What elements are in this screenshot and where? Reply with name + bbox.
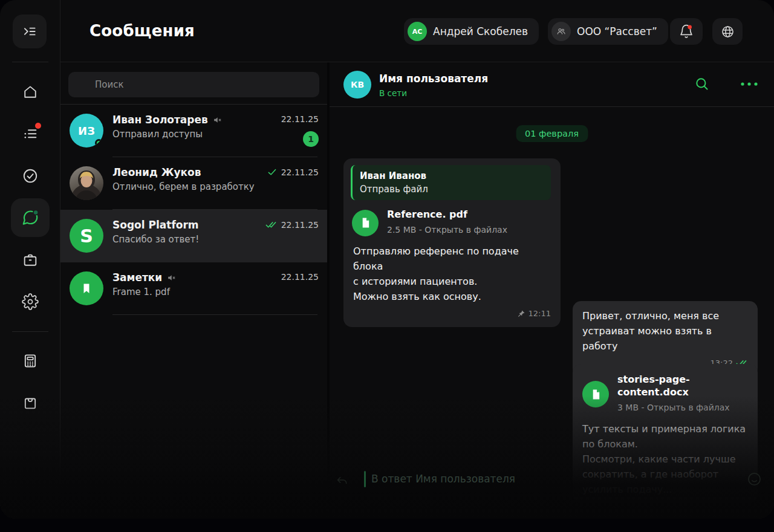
chat-date: 22.11.25: [281, 220, 319, 230]
bookmark-icon: [79, 281, 94, 296]
chat-name: Заметки: [112, 271, 162, 284]
collapse-menu-icon: [22, 24, 37, 39]
file-meta: 2.5 MB - Открыть в файлах: [387, 222, 507, 238]
avatar: S: [70, 219, 103, 253]
muted-icon: [213, 115, 223, 125]
peer-status: В сети: [379, 88, 407, 98]
three-dots-icon: [740, 82, 758, 86]
chat-preview: Отлично, берем в разработку: [112, 181, 255, 192]
chat-row-sogol-platform[interactable]: S Sogol Platform Спасибо за ответ! 22.11…: [60, 210, 327, 262]
tasks-notification-dot: [35, 123, 41, 129]
chat-name: Sogol Platform: [112, 219, 199, 231]
sidebar-divider: [12, 331, 48, 332]
emoji-button[interactable]: [746, 471, 763, 487]
calculator-icon: [22, 352, 39, 369]
conversation-menu-button[interactable]: [740, 82, 758, 86]
conversation-panel: КВ Имя пользователя В сети 01 февраля Ив…: [330, 62, 774, 519]
file-name: stories-page-content.docx: [617, 373, 748, 398]
sidebar-item-calculator[interactable]: [22, 352, 39, 369]
chat-name: Леонид Жуков: [112, 166, 201, 178]
file-icon-circle: [352, 210, 379, 236]
sidebar-item-tasks[interactable]: [22, 125, 39, 142]
reply-indicator-label: В ответ Имя пользователя: [371, 473, 515, 485]
document-icon: [359, 216, 372, 229]
peer-name: Имя пользователя: [379, 73, 488, 85]
sidebar: [0, 0, 60, 519]
avatar-photo: [70, 166, 103, 200]
avatar-initials: S: [80, 225, 93, 247]
top-bar: Сообщения АС Андрей Скобелев ООО “Рассве…: [60, 0, 774, 62]
conversation-search-button[interactable]: [694, 76, 710, 92]
avatar: [70, 271, 103, 305]
chat-row-ivan-zolotarev[interactable]: ИЗ Иван Золотарев Отправил доступы 22.11…: [60, 105, 327, 157]
quote-text: Отправь файл: [360, 183, 544, 196]
message-outgoing-file: stories-page-content.docx 3 MB - Открыть…: [573, 364, 758, 503]
check-circle-icon: [22, 167, 39, 184]
document-icon: [590, 388, 602, 401]
file-meta: 3 MB - Открыть в файлах: [617, 400, 748, 415]
chat-name: Иван Золотарев: [112, 114, 208, 126]
user-name: Андрей Скобелев: [433, 25, 528, 37]
notifications-button[interactable]: [670, 18, 703, 45]
globe-icon: [720, 24, 735, 39]
unread-badge: 1: [303, 131, 319, 147]
message-text: Тут тексты и примерная логика по блокам.…: [582, 421, 748, 497]
message-text: Привет, отлично, меня все устраиват можн…: [582, 308, 748, 354]
chat-bubble-icon: [21, 209, 39, 227]
people-icon: [556, 26, 567, 37]
collapse-menu-button[interactable]: [13, 15, 47, 48]
chat-date: 22.11.25: [281, 272, 319, 282]
reply-arrow-icon[interactable]: [336, 474, 348, 486]
chat-row-leonid-zhukov[interactable]: Леонид Жуков Отлично, берем в разработку…: [60, 157, 327, 210]
search-icon: [694, 76, 710, 92]
chat-list-panel: ИЗ Иван Золотарев Отправил доступы 22.11…: [60, 62, 327, 519]
search-input[interactable]: [68, 72, 319, 97]
file-icon-circle: [582, 381, 609, 407]
sidebar-item-settings[interactable]: [22, 293, 39, 310]
peer-avatar: КВ: [343, 71, 371, 99]
current-user-chip[interactable]: АС Андрей Скобелев: [404, 18, 539, 45]
date-chip: 01 февраля: [516, 125, 588, 142]
row-separator: [112, 314, 317, 315]
online-dot: [95, 139, 103, 147]
quote-author: Иван Иванов: [360, 169, 544, 183]
chat-preview: Отправил доступы: [112, 129, 203, 140]
message-incoming: Иван Иванов Отправь файл Reference. pdf …: [343, 158, 561, 327]
chat-preview: Спасибо за ответ!: [112, 234, 199, 245]
pin-icon: [517, 310, 525, 318]
shopping-bag-icon: [22, 394, 39, 411]
organization-avatar: [551, 22, 571, 41]
sidebar-item-work[interactable]: [22, 251, 39, 268]
briefcase-icon: [22, 251, 39, 268]
language-button[interactable]: [712, 18, 743, 45]
chat-preview: Frame 1. pdf: [112, 287, 170, 297]
sidebar-item-approvals[interactable]: [22, 167, 39, 184]
sidebar-divider: [12, 62, 48, 62]
avatar: ИЗ: [70, 114, 103, 148]
portrait-graphic: [70, 166, 103, 200]
double-check-icon: [265, 219, 278, 230]
organization-chip[interactable]: ООО “Рассвет”: [548, 18, 668, 45]
organization-name: ООО “Рассвет”: [577, 25, 657, 37]
gear-icon: [22, 293, 39, 310]
file-attachment[interactable]: stories-page-content.docx 3 MB - Открыть…: [582, 373, 748, 415]
chat-date: 22.11.25: [281, 114, 319, 124]
sidebar-item-home[interactable]: [22, 83, 39, 100]
file-name: Reference. pdf: [387, 208, 507, 221]
message-time: 12:11: [528, 306, 551, 321]
reply-indicator-bar: [364, 471, 366, 487]
avatar-initials: ИЗ: [78, 125, 95, 137]
muted-icon: [167, 273, 177, 283]
message-text: Отправляю референс по подаче блока с ист…: [351, 244, 551, 304]
page-title: Сообщения: [89, 22, 195, 40]
chat-date: 22.11.25: [281, 167, 319, 177]
chat-row-notes[interactable]: Заметки Frame 1. pdf 22.11.25: [60, 262, 327, 315]
sidebar-item-messages[interactable]: [11, 198, 50, 237]
bell-icon: [678, 24, 694, 39]
file-attachment[interactable]: Reference. pdf 2.5 MB - Открыть в файлах: [352, 208, 551, 238]
reply-quote[interactable]: Иван Иванов Отправь файл: [351, 165, 551, 200]
app-window: Сообщения АС Андрей Скобелев ООО “Рассве…: [0, 0, 774, 519]
home-icon: [22, 83, 39, 100]
check-icon: [267, 167, 278, 178]
sidebar-item-store[interactable]: [22, 394, 39, 411]
